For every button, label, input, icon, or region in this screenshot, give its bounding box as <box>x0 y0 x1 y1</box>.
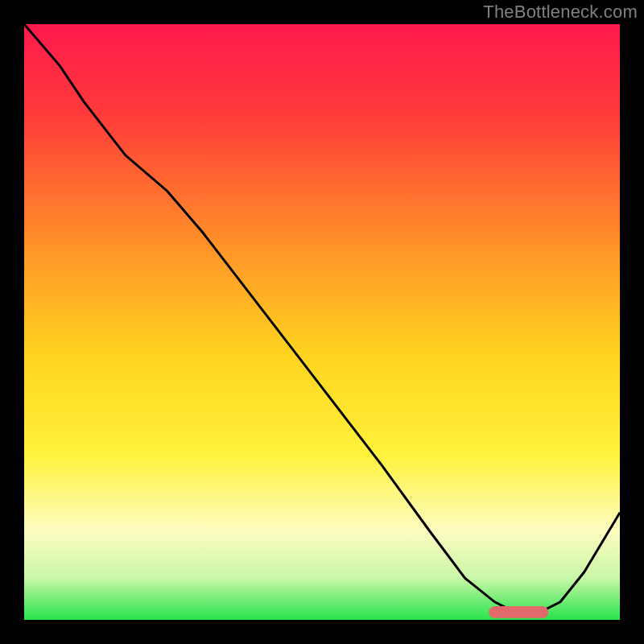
chart-container: TheBottleneck.com <box>0 0 644 644</box>
watermark-text: TheBottleneck.com <box>483 2 638 23</box>
optimal-range-marker <box>489 606 548 618</box>
gradient-background <box>24 24 620 620</box>
plot-area <box>24 24 620 620</box>
chart-svg <box>24 24 620 620</box>
